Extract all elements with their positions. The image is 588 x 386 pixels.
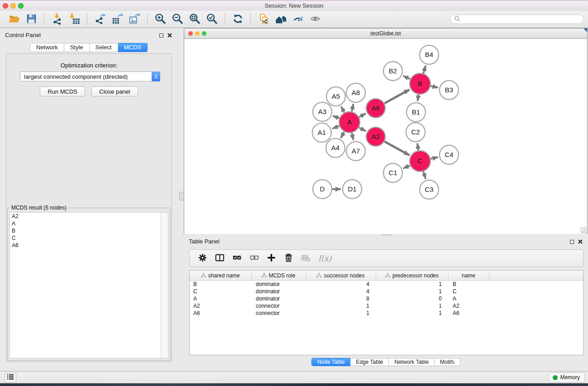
graph-node-D1[interactable]: D1	[343, 180, 362, 199]
graph-node-A7[interactable]: A7	[346, 142, 365, 161]
zoom-fit-button[interactable]	[186, 13, 203, 26]
graph-node-C1[interactable]: C1	[383, 163, 402, 182]
paint-details-button[interactable]	[289, 13, 306, 26]
graph-edge-A2-C[interactable]	[384, 142, 409, 155]
save-session-button[interactable]	[23, 13, 40, 26]
graph-edge-A-A7[interactable]	[352, 133, 354, 140]
close-window-button[interactable]	[3, 3, 8, 9]
graph-edge-B-B1[interactable]	[418, 95, 419, 101]
tab-network-table[interactable]: Network Table	[389, 358, 435, 366]
delete-table-button[interactable]	[299, 252, 313, 265]
zoom-in-button[interactable]	[152, 13, 169, 26]
result-item[interactable]: A6	[10, 242, 162, 249]
network-zoom-button[interactable]	[202, 31, 206, 36]
graph-node-C4[interactable]: C4	[440, 145, 459, 164]
graph-edge-A-A3[interactable]	[333, 116, 339, 119]
zoom-window-button[interactable]	[18, 3, 24, 9]
column-header-MCDS-role[interactable]: MCDS role	[251, 271, 306, 281]
run-mcds-button[interactable]: Run MCDS	[40, 86, 85, 96]
network-canvas[interactable]: B4B2BB3A8A5A6A3B1AA1C2A2A4A7C4CC1DD1C3	[184, 39, 587, 234]
graph-node-A1[interactable]: A1	[312, 123, 331, 142]
tab-select[interactable]: Select	[90, 43, 118, 52]
graph-node-C2[interactable]: C2	[406, 123, 425, 142]
column-header-name[interactable]: name	[448, 271, 489, 281]
add-column-button[interactable]	[264, 252, 278, 265]
graph-edge-A-A4[interactable]	[341, 132, 344, 138]
graph-node-A8[interactable]: A8	[346, 83, 365, 102]
graph-edge-B-B2[interactable]	[403, 76, 411, 79]
float-table-panel-button[interactable]	[570, 240, 574, 244]
minimize-window-button[interactable]	[10, 3, 16, 9]
graph-node-B4[interactable]: B4	[420, 45, 439, 64]
zoom-selected-button[interactable]	[203, 13, 220, 26]
close-table-panel-button[interactable]	[578, 238, 583, 245]
function-builder-button[interactable]: f(x)	[318, 254, 331, 263]
graph-edge-A-A2[interactable]	[359, 128, 366, 131]
result-item[interactable]: B	[10, 227, 162, 234]
table-settings-button[interactable]	[196, 252, 210, 265]
graph-edge-A-A5[interactable]	[341, 106, 344, 113]
refresh-layout-button[interactable]	[229, 13, 246, 26]
graph-node-C3[interactable]: C3	[420, 180, 439, 199]
graph-edge-B-B4[interactable]	[423, 66, 425, 73]
result-item[interactable]: C	[10, 234, 162, 242]
duplicate-network-button[interactable]	[255, 13, 272, 26]
graph-edge-B-B3[interactable]	[430, 86, 438, 88]
graph-edge-A-A8[interactable]	[352, 104, 354, 111]
float-panel-button[interactable]	[159, 33, 163, 38]
graph-edge-C-C2[interactable]	[417, 143, 418, 151]
tab-style[interactable]: Style	[64, 43, 90, 52]
show-hide-details-button[interactable]	[306, 13, 324, 26]
close-panel-icon-button[interactable]	[167, 32, 172, 39]
table-row[interactable]: Bdominator41B	[190, 281, 583, 288]
task-history-button[interactable]	[5, 373, 16, 382]
import-network-button[interactable]	[48, 13, 66, 26]
column-header-successor-nodes[interactable]: successor nodes	[306, 271, 376, 281]
result-item[interactable]: A2	[10, 213, 162, 220]
tab-mcds[interactable]: MCDS	[118, 43, 148, 52]
graph-edge-A-A1[interactable]	[332, 126, 339, 129]
graph-edge-C-C4[interactable]	[430, 157, 438, 159]
graph-node-A4[interactable]: A4	[326, 138, 345, 157]
export-table-button[interactable]	[109, 13, 126, 26]
tab-network[interactable]: Network	[30, 43, 64, 52]
column-header-predecessor-nodes[interactable]: predecessor nodes	[376, 271, 448, 281]
open-file-button[interactable]	[5, 13, 23, 26]
memory-button[interactable]: Memory	[549, 372, 585, 382]
export-network-button[interactable]	[91, 13, 109, 26]
search-input[interactable]	[461, 15, 583, 24]
result-scrollbar[interactable]	[161, 212, 168, 358]
graph-node-C[interactable]: C	[410, 151, 430, 172]
graph-node-B1[interactable]: B1	[406, 103, 425, 122]
export-image-button[interactable]	[126, 13, 143, 26]
graph-node-B[interactable]: B	[410, 73, 430, 94]
delete-columns-button[interactable]	[282, 252, 296, 265]
close-panel-button[interactable]: Close panel	[91, 86, 138, 96]
table-row[interactable]: A6connector11A6	[190, 310, 583, 317]
home-view-button[interactable]	[272, 13, 289, 26]
select-all-button[interactable]	[230, 252, 244, 265]
graph-edge-A6-B[interactable]	[384, 90, 409, 103]
network-minimize-button[interactable]	[195, 31, 200, 36]
column-header-shared-name[interactable]: shared name	[190, 271, 251, 281]
table-row[interactable]: A2connector11A2	[190, 302, 583, 310]
import-table-button[interactable]	[66, 13, 83, 26]
criterion-dropdown[interactable]: largest connected component (directed)	[20, 71, 160, 81]
graph-node-A3[interactable]: A3	[313, 102, 332, 121]
graph-node-A[interactable]: A	[339, 112, 360, 133]
tab-motifs[interactable]: Motifs	[435, 358, 460, 366]
graph-edge-C-C3[interactable]	[423, 172, 425, 179]
graph-node-B3[interactable]: B3	[440, 81, 459, 100]
graph-node-D[interactable]: D	[313, 180, 332, 199]
table-row[interactable]: Adominator80A	[190, 295, 583, 302]
graph-node-B2[interactable]: B2	[383, 62, 402, 81]
network-close-button[interactable]	[188, 31, 193, 36]
result-item[interactable]: A	[10, 220, 162, 227]
deselect-all-button[interactable]	[247, 252, 261, 265]
graph-edge-A-A6[interactable]	[359, 114, 366, 117]
show-columns-button[interactable]	[213, 252, 227, 265]
table-row[interactable]: Cdominator41C	[190, 288, 583, 295]
graph-node-A5[interactable]: A5	[326, 87, 345, 106]
graph-node-A6[interactable]: A6	[366, 99, 385, 118]
graph-node-A2[interactable]: A2	[366, 127, 385, 146]
